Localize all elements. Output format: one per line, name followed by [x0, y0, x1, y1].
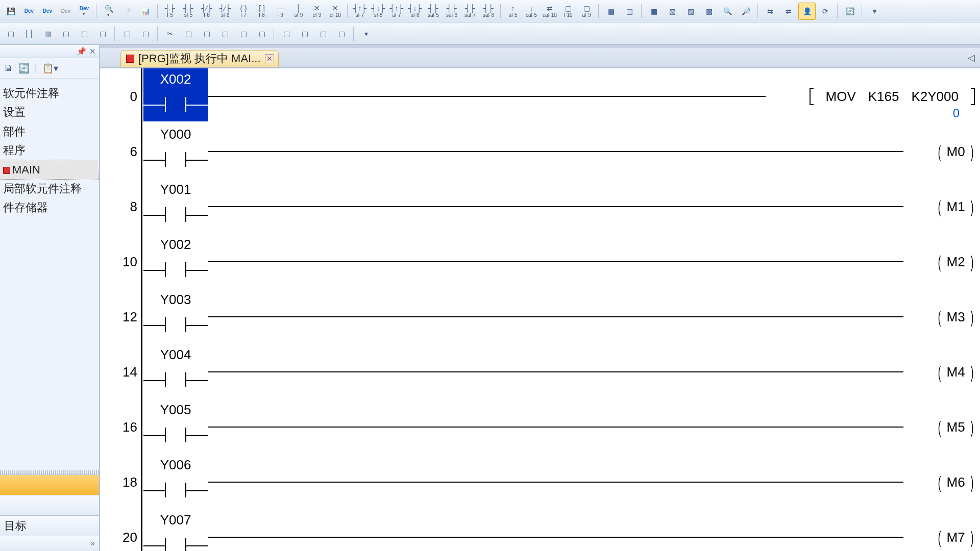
- tb2-11-icon[interactable]: ▢: [216, 25, 234, 42]
- contact[interactable]: Y003: [143, 289, 208, 342]
- tab-nav-left-icon[interactable]: ◁: [968, 52, 975, 63]
- tb2-14-icon[interactable]: ▢: [278, 25, 295, 42]
- tree-item[interactable]: 软元件注释: [0, 84, 98, 103]
- tb2-6-icon[interactable]: ▢: [94, 25, 111, 42]
- tb-misc2-icon[interactable]: ▥: [621, 3, 638, 20]
- tb-del-cf10-icon[interactable]: ✕cF10: [327, 3, 344, 20]
- contact[interactable]: Y000: [143, 123, 208, 177]
- tb-rise-sf7-icon[interactable]: ┤↑├sF7: [351, 3, 369, 20]
- contact[interactable]: Y006: [143, 454, 208, 507]
- tb2-13-icon[interactable]: ▢: [253, 25, 271, 42]
- tb2-3-icon[interactable]: ▦: [39, 25, 56, 42]
- tree-item[interactable]: 程序: [0, 141, 98, 160]
- ladder-rung[interactable]: 14Y004(M4): [141, 344, 975, 399]
- ladder-rung[interactable]: 0X002MOVK165K2Y0000: [141, 68, 975, 123]
- tb2-4-icon[interactable]: ▢: [57, 25, 75, 42]
- coil-output[interactable]: (M5): [937, 417, 975, 437]
- tb-af7-icon[interactable]: ┤↑├aF7: [388, 3, 405, 20]
- function-instruction[interactable]: MOVK165K2Y000: [810, 88, 975, 105]
- accordion-expand-icon[interactable]: »: [90, 539, 95, 548]
- tree-item[interactable]: 设置: [0, 103, 98, 121]
- tb-af5-icon[interactable]: ↑aF5: [504, 3, 522, 20]
- tb2-8-icon[interactable]: ▢: [137, 25, 154, 42]
- tb-misc4-icon[interactable]: ▧: [664, 3, 681, 20]
- tb2-17-icon[interactable]: ▢: [333, 25, 350, 42]
- tb-misc5-icon[interactable]: ▨: [682, 3, 699, 20]
- accordion-item-1[interactable]: [0, 474, 99, 495]
- tree-item[interactable]: 部件: [0, 122, 98, 141]
- tb-saf7-icon[interactable]: ┤├saF7: [461, 3, 479, 20]
- tree-tool-2-icon[interactable]: 🔄: [18, 63, 30, 74]
- tb2-15-icon[interactable]: ▢: [296, 25, 313, 42]
- tb-contact-branch-icon[interactable]: ┤├sF5: [180, 3, 197, 20]
- tb-refresh-icon[interactable]: 🔄: [841, 3, 859, 20]
- tb-monitor-icon[interactable]: 👤: [798, 3, 816, 20]
- tb2-10-icon[interactable]: ▢: [198, 25, 215, 42]
- tb-func-f8-icon[interactable]: [ ]F8: [253, 3, 271, 20]
- tb-contact-no-icon[interactable]: ┤├F5: [161, 3, 179, 20]
- ladder-rung[interactable]: 10Y002(M2): [141, 234, 975, 289]
- tb2-7-icon[interactable]: ▢: [118, 25, 136, 42]
- coil-output[interactable]: (M4): [937, 362, 975, 382]
- tb-f10-icon[interactable]: ▢F10: [559, 3, 577, 20]
- coil-output[interactable]: (M0): [937, 142, 975, 162]
- tree-item-main[interactable]: MAIN: [0, 160, 98, 179]
- tb-dropdown-end-icon[interactable]: ▾: [866, 3, 883, 20]
- contact[interactable]: Y005: [143, 399, 208, 452]
- accordion-item-2[interactable]: [0, 495, 99, 515]
- tb-save-icon[interactable]: 💾: [2, 3, 19, 20]
- pin-icon[interactable]: 📌: [77, 47, 86, 56]
- tb-af9-icon[interactable]: ▢aF9: [578, 3, 595, 20]
- tb-misc7-icon[interactable]: ⇆: [762, 3, 779, 20]
- tb-help-icon[interactable]: ❔: [118, 3, 136, 20]
- tb-dev2-icon[interactable]: Dev: [39, 3, 56, 20]
- tb-misc8-icon[interactable]: ⇄: [780, 3, 797, 20]
- tab-close-icon[interactable]: ✕: [265, 54, 274, 63]
- tb-saf8-icon[interactable]: ┤├saF8: [480, 3, 497, 20]
- ladder-rung[interactable]: 6Y000(M0): [141, 123, 975, 179]
- accordion-item-target[interactable]: 目标: [0, 515, 99, 536]
- tb-caf10-icon[interactable]: ⇄caF10: [541, 3, 558, 20]
- tb-misc1-icon[interactable]: ▤: [602, 3, 620, 20]
- ladder-rung[interactable]: 16Y005(M5): [141, 399, 975, 454]
- coil-output[interactable]: (M6): [937, 472, 975, 492]
- ladder-rung[interactable]: 20Y007(M7): [141, 509, 975, 551]
- tb2-16-icon[interactable]: ▢: [314, 25, 332, 42]
- tb-dev4-icon[interactable]: Dev▾: [76, 3, 93, 20]
- tb-search-icon[interactable]: 🔍▾: [100, 3, 117, 20]
- document-tab[interactable]: [PRG]监视 执行中 MAI... ✕: [120, 50, 279, 67]
- tb2-9-icon[interactable]: ▢: [180, 25, 197, 42]
- ladder-rung[interactable]: 18Y006(M6): [141, 454, 975, 509]
- tb-saf5-icon[interactable]: ┤├saF5: [425, 3, 442, 20]
- tb-misc9-icon[interactable]: ⟳: [817, 3, 834, 20]
- panel-close-icon[interactable]: ✕: [89, 47, 96, 56]
- tb-zoom2-icon[interactable]: 🔎: [737, 3, 754, 20]
- tb-af8-icon[interactable]: ┤↓├aF8: [406, 3, 424, 20]
- tb-dev1-icon[interactable]: Dev: [20, 3, 38, 20]
- tb-misc6-icon[interactable]: ▩: [700, 3, 718, 20]
- tb2-2-icon[interactable]: ┤├: [20, 25, 38, 42]
- contact[interactable]: Y004: [143, 344, 208, 397]
- tb-chart-icon[interactable]: 📊: [137, 3, 154, 20]
- tb2-cut-icon[interactable]: ✂: [161, 25, 179, 42]
- tb-saf6-icon[interactable]: ┤├saF6: [443, 3, 460, 20]
- contact[interactable]: Y001: [143, 179, 208, 232]
- coil-output[interactable]: (M1): [937, 197, 975, 217]
- tb-misc3-icon[interactable]: ▦: [645, 3, 663, 20]
- tb-vline-sf9-icon[interactable]: │sF9: [290, 3, 307, 20]
- tb-fall-sf8-icon[interactable]: ┤↓├sF8: [370, 3, 387, 20]
- tb-contact-nc-icon[interactable]: ┤∕├F6: [198, 3, 215, 20]
- coil-output[interactable]: (M2): [937, 252, 975, 272]
- tb2-1-icon[interactable]: ▢: [2, 25, 19, 42]
- tb-caf5-icon[interactable]: ↓caF5: [523, 3, 540, 20]
- tree-tool-1-icon[interactable]: 🗎: [4, 63, 13, 73]
- contact[interactable]: X002: [143, 68, 208, 121]
- tb-zoom-icon[interactable]: 🔍: [719, 3, 736, 20]
- ladder-rung[interactable]: 8Y001(M1): [141, 179, 975, 234]
- coil-output[interactable]: (M7): [937, 528, 975, 547]
- tb-coil-f7-icon[interactable]: ( )F7: [235, 3, 252, 20]
- tb-dev3-icon[interactable]: Dev: [57, 3, 75, 20]
- tree-item[interactable]: 件存储器: [0, 198, 98, 217]
- panel-splitter[interactable]: [0, 470, 99, 474]
- tb2-12-icon[interactable]: ▢: [235, 25, 252, 42]
